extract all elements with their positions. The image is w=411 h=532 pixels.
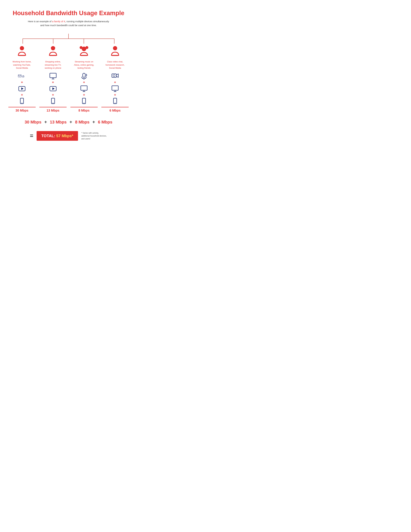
device-phone-4 (111, 97, 119, 105)
svg-rect-32 (112, 86, 118, 90)
svg-rect-6 (20, 98, 24, 104)
tree-branches (23, 39, 114, 44)
mbps-2: 13 Mbps (47, 109, 59, 112)
devices-3: + + (80, 72, 88, 105)
plus-1a: + (21, 80, 23, 85)
total-box-text: TOTAL: 57 Mbps* (41, 134, 73, 138)
plus-4b: + (114, 93, 116, 97)
tree-branch-3 (84, 39, 84, 44)
youtube-icon-2 (49, 85, 57, 93)
svg-rect-10 (50, 73, 56, 78)
total-mbps-2: 13 Mbps (50, 120, 66, 125)
total-label: TOTAL: (41, 134, 56, 138)
svg-rect-26 (82, 98, 86, 104)
svg-point-31 (113, 75, 115, 76)
subtitle: Here is an example of a family of 4, run… (28, 19, 109, 27)
device-phone-2 (49, 97, 57, 105)
plus-4a: + (114, 80, 116, 85)
device-email-cloud (18, 72, 26, 80)
mbps-4: 6 Mbps (109, 109, 121, 112)
page-title: Household Bandwidth Usage Example (13, 10, 124, 17)
email-cloud-icon (18, 72, 26, 80)
device-youtube-2 (49, 85, 57, 93)
plus-1b: + (21, 93, 23, 97)
person-icon-3 (77, 45, 90, 58)
divider-3 (70, 107, 98, 107)
tree-branch-2 (53, 39, 53, 44)
svg-point-28 (113, 46, 117, 50)
svg-point-19 (82, 47, 86, 51)
divider-1 (8, 107, 36, 107)
devices-2: + + (49, 72, 57, 105)
person-label-3: Streaming music onAlexa, online gaming,t… (74, 60, 94, 70)
device-phone-1 (18, 97, 26, 105)
result-section: = TOTAL: 57 Mbps* * Varies with activity… (6, 131, 131, 141)
svg-marker-5 (21, 87, 24, 90)
person-col-2: Shopping online,streaming live TV,workin… (39, 45, 66, 112)
tree-line-top (68, 34, 69, 38)
person-label-2: Shopping online,streaming live TV,workin… (45, 60, 61, 70)
mbps-3: 8 Mbps (78, 109, 90, 112)
person-label-4: Class video chat,homework research,Socia… (106, 60, 125, 70)
device-monitor-4 (111, 85, 119, 93)
devices-4: + + (111, 72, 119, 105)
devices-1: + + (18, 72, 26, 105)
svg-rect-35 (113, 98, 117, 104)
plus-3a: + (83, 80, 85, 85)
svg-rect-30 (112, 74, 116, 77)
youtube-icon-1 (18, 85, 26, 93)
tree-branch-4 (114, 39, 114, 44)
monitor-icon-4 (111, 85, 119, 93)
total-plus-2: + (69, 119, 72, 125)
person-icon-4 (109, 45, 121, 58)
device-phone-3 (80, 97, 88, 105)
device-monitor-3 (80, 85, 88, 93)
svg-rect-23 (81, 86, 87, 90)
plus-2a: + (52, 80, 54, 85)
device-monitor-2 (49, 72, 57, 80)
phone-icon-3 (80, 97, 88, 105)
svg-rect-1 (19, 55, 25, 56)
total-plus-3: + (92, 119, 95, 125)
person-col-4: Class video chat,homework research,Socia… (101, 45, 129, 112)
person-col-3: Streaming music onAlexa, online gaming,t… (70, 45, 98, 112)
subtitle-highlight: a family of 4 (52, 20, 65, 23)
total-mbps-4: 6 Mbps (98, 120, 112, 125)
varies-note: * Varies with activity, additional house… (81, 132, 107, 140)
svg-rect-21 (83, 73, 85, 77)
svg-rect-29 (112, 55, 118, 56)
person-icon-2 (47, 45, 59, 58)
person-columns: Working from home,watching YouTube,Socia… (6, 45, 131, 112)
person-col-1: Working from home,watching YouTube,Socia… (8, 45, 36, 112)
total-mbps-1: 30 Mbps (25, 120, 41, 125)
tree-horizontal-line (23, 38, 114, 39)
phone-icon-1 (18, 97, 26, 105)
mbps-1: 30 Mbps (16, 109, 28, 112)
equals-sign: = (30, 133, 33, 139)
svg-rect-20 (81, 55, 87, 56)
videochat-icon (111, 72, 119, 80)
device-videochat (111, 72, 119, 80)
tree-branch-1 (23, 39, 23, 44)
total-value: 57 Mbps* (56, 134, 73, 138)
svg-rect-9 (50, 55, 56, 56)
monitor-icon-3 (80, 85, 88, 93)
subtitle-before: Here is an example of (28, 20, 52, 23)
person-icon-1 (16, 45, 28, 58)
plus-3b: + (83, 93, 85, 97)
device-youtube-1 (18, 85, 26, 93)
svg-point-0 (20, 46, 24, 50)
total-mbps-3: 8 Mbps (75, 120, 90, 125)
phone-icon-4 (111, 97, 119, 105)
person-label-1: Working from home,watching YouTube,Socia… (13, 60, 31, 70)
total-plus-1: + (44, 119, 47, 125)
device-alexa (80, 72, 88, 80)
alexa-icon (80, 72, 88, 80)
svg-marker-14 (52, 87, 55, 90)
total-box: TOTAL: 57 Mbps* (37, 131, 78, 141)
divider-2 (39, 107, 66, 107)
phone-icon-2 (49, 97, 57, 105)
plus-2b: + (52, 93, 54, 97)
divider-4 (101, 107, 129, 107)
total-row: 30 Mbps + 13 Mbps + 8 Mbps + 6 Mbps (6, 119, 131, 125)
